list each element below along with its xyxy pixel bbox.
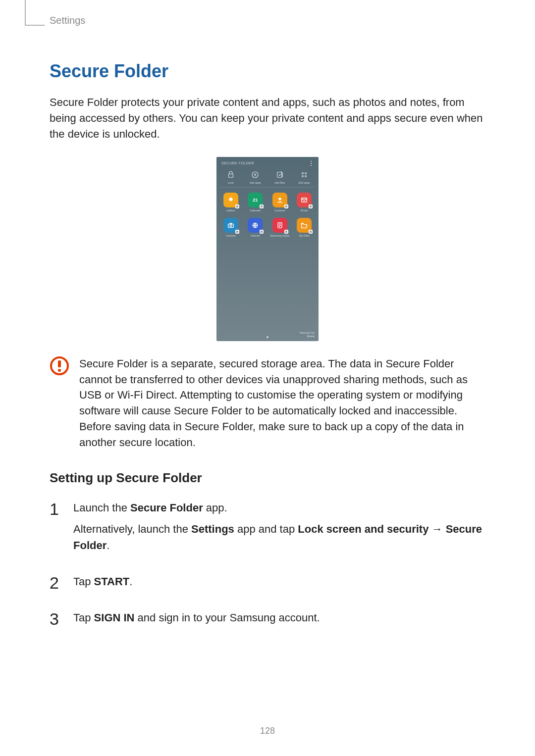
step-3-number: 3 xyxy=(50,609,63,627)
step-1-body: Launch the Secure Folder app. Alternativ… xyxy=(73,500,485,558)
app-notes[interactable]: Samsung Notes xyxy=(269,218,291,237)
app-camera-label: Camera xyxy=(226,234,236,237)
svg-point-9 xyxy=(278,198,281,200)
apps-row-2: Camera Internet Samsung Notes xyxy=(216,216,319,237)
internet-icon xyxy=(248,218,263,233)
phone-header-title: SECURE FOLDER xyxy=(221,161,254,165)
svg-point-6 xyxy=(305,175,307,177)
phone-screenshot: SECURE FOLDER Lock Add apps xyxy=(50,157,485,341)
svg-point-23 xyxy=(58,369,61,372)
arrow-text: → xyxy=(428,523,445,535)
app-files[interactable]: My Files xyxy=(293,218,315,237)
text: and sign in to your Samsung account. xyxy=(135,611,320,624)
app-contacts[interactable]: Contacts xyxy=(269,193,291,212)
svg-point-3 xyxy=(302,172,304,174)
apps-row-1: Gallery 21 Calendar Contacts xyxy=(216,191,319,212)
header-rule-horizontal xyxy=(25,25,45,26)
tool-lock[interactable]: Lock xyxy=(220,170,242,184)
text: Launch the xyxy=(73,502,130,514)
calendar-date: 21 xyxy=(253,198,258,202)
lock-icon xyxy=(226,170,236,180)
camera-icon xyxy=(223,218,238,233)
app-calendar-label: Calendar xyxy=(250,209,261,212)
step-2-number: 2 xyxy=(50,573,63,591)
svg-rect-22 xyxy=(58,360,61,367)
tool-lock-label: Lock xyxy=(228,181,234,184)
text: Alternatively, launch the xyxy=(73,523,191,535)
app-email[interactable]: Email xyxy=(293,193,315,212)
calendar-icon: 21 xyxy=(248,193,263,207)
app-gallery-label: Gallery xyxy=(226,209,235,212)
secure-badge-icon xyxy=(260,230,264,234)
svg-rect-7 xyxy=(236,206,238,207)
step-1-line-a: Launch the Secure Folder app. xyxy=(73,500,485,516)
svg-rect-8 xyxy=(261,206,263,207)
svg-rect-19 xyxy=(285,231,287,232)
svg-rect-0 xyxy=(228,174,233,177)
plus-circle-icon xyxy=(250,170,260,180)
files-icon xyxy=(297,218,312,233)
svg-rect-12 xyxy=(310,206,312,207)
app-internet-label: Internet xyxy=(251,234,260,237)
bold-text: Lock screen and security xyxy=(298,523,428,535)
tool-add-apps[interactable]: Add apps xyxy=(244,170,266,184)
step-3-line: Tap SIGN IN and sign in to your Samsung … xyxy=(73,609,320,626)
app-files-label: My Files xyxy=(299,234,309,237)
text: app. xyxy=(203,502,227,514)
tool-add-files[interactable]: Add files xyxy=(269,170,291,184)
step-1: 1 Launch the Secure Folder app. Alternat… xyxy=(50,500,485,558)
add-files-icon xyxy=(275,170,285,180)
phone-divider xyxy=(220,187,315,188)
bold-text: SIGN IN xyxy=(94,611,135,624)
page-title: Secure Folder xyxy=(50,61,485,82)
knox-top: Secured by xyxy=(300,331,315,335)
app-camera[interactable]: Camera xyxy=(220,218,242,237)
app-internet[interactable]: Internet xyxy=(244,218,266,237)
step-2-line: Tap START. xyxy=(73,573,132,590)
svg-rect-20 xyxy=(310,231,312,232)
subheading: Setting up Secure Folder xyxy=(50,470,485,486)
tool-edit-apps[interactable]: Edit apps xyxy=(293,170,315,184)
svg-point-5 xyxy=(302,175,304,177)
step-1-line-b: Alternatively, launch the Settings app a… xyxy=(73,521,485,554)
warning-text: Secure Folder is a separate, secured sto… xyxy=(79,356,485,451)
text: . xyxy=(129,575,132,588)
bold-text: START xyxy=(94,575,130,588)
svg-rect-10 xyxy=(285,206,287,207)
page-number: 128 xyxy=(0,726,535,736)
app-gallery[interactable]: Gallery xyxy=(220,193,242,212)
app-calendar[interactable]: 21 Calendar xyxy=(244,193,266,212)
warning-block: Secure Folder is a separate, secured sto… xyxy=(50,356,485,451)
contacts-icon xyxy=(272,193,287,207)
app-notes-label: Samsung Notes xyxy=(270,234,289,237)
secure-badge-icon xyxy=(235,230,239,234)
secure-badge-icon xyxy=(284,230,288,234)
step-2: 2 Tap START. xyxy=(50,573,485,595)
phone-frame: SECURE FOLDER Lock Add apps xyxy=(216,157,319,341)
tool-add-files-label: Add files xyxy=(274,181,285,184)
page-indicator-dot xyxy=(267,336,268,338)
svg-rect-15 xyxy=(236,231,238,232)
svg-rect-17 xyxy=(261,231,263,232)
bold-text: Secure Folder xyxy=(130,502,203,514)
app-contacts-label: Contacts xyxy=(274,209,285,212)
secure-badge-icon xyxy=(235,204,239,208)
app-email-label: Email xyxy=(301,209,308,212)
secure-badge-icon xyxy=(284,204,288,208)
secure-badge-icon xyxy=(309,230,313,234)
bold-text: Settings xyxy=(191,523,234,535)
svg-rect-2 xyxy=(277,172,282,177)
svg-point-14 xyxy=(230,224,232,226)
menu-kebab-icon[interactable] xyxy=(309,161,314,166)
header-rule-vertical xyxy=(25,0,26,25)
tool-add-apps-label: Add apps xyxy=(250,181,261,184)
knox-brand: Secured by Knox xyxy=(300,331,315,338)
secure-badge-icon xyxy=(260,204,264,208)
notes-icon xyxy=(272,218,287,233)
text: Tap xyxy=(73,575,94,588)
step-1-number: 1 xyxy=(50,500,63,517)
knox-bottom: Knox xyxy=(300,335,315,338)
email-icon xyxy=(297,193,312,207)
text: . xyxy=(107,539,109,552)
breadcrumb: Settings xyxy=(50,15,485,26)
